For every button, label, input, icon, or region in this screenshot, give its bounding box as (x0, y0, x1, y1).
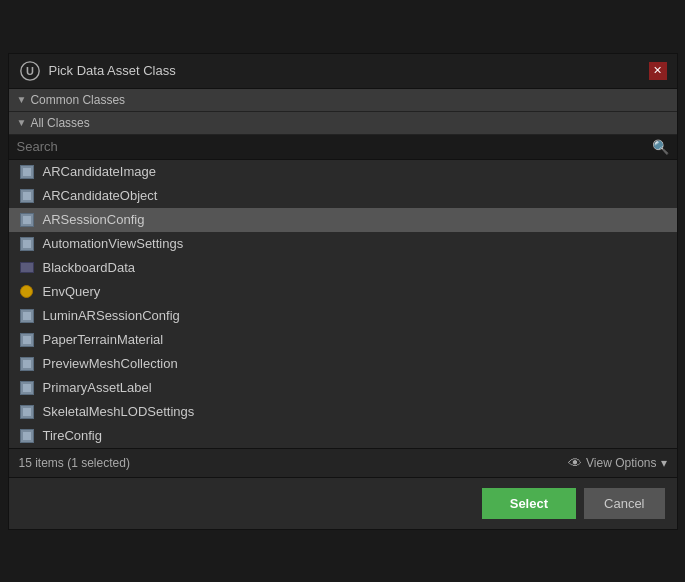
cancel-button[interactable]: Cancel (584, 488, 664, 519)
all-classes-label: All Classes (30, 116, 89, 130)
select-button[interactable]: Select (482, 488, 576, 519)
list-item[interactable]: PaperTerrainMaterial (9, 328, 677, 352)
data-asset-icon (19, 188, 35, 204)
list-item-label: EnvQuery (43, 284, 101, 299)
list-item-label: ARSessionConfig (43, 212, 145, 227)
data-asset-icon (19, 212, 35, 228)
list-item[interactable]: ARCandidateImage (9, 160, 677, 184)
all-classes-section: ▼ All Classes (9, 112, 677, 135)
data-asset-icon (19, 308, 35, 324)
search-input[interactable] (17, 139, 652, 154)
view-options-button[interactable]: 👁 View Options ▾ (568, 455, 666, 471)
list-item[interactable]: ARCandidateObject (9, 184, 677, 208)
env-query-icon (19, 284, 35, 300)
list-item[interactable]: TireConfig (9, 424, 677, 448)
list-item[interactable]: ARSessionConfig (9, 208, 677, 232)
dialog-title: Pick Data Asset Class (49, 63, 176, 78)
common-classes-section: ▼ Common Classes (9, 89, 677, 112)
list-area: ARCandidateImageARCandidateObjectARSessi… (9, 160, 677, 448)
buttons-bar: Select Cancel (9, 477, 677, 529)
list-item-label: LuminARSessionConfig (43, 308, 180, 323)
data-asset-icon (19, 236, 35, 252)
list-item-label: TireConfig (43, 428, 102, 443)
search-bar: 🔍 (9, 135, 677, 160)
title-bar-left: U Pick Data Asset Class (19, 60, 176, 82)
list-item-label: PaperTerrainMaterial (43, 332, 164, 347)
list-item-label: SkeletalMeshLODSettings (43, 404, 195, 419)
data-asset-icon (19, 164, 35, 180)
ue-logo-icon: U (19, 60, 41, 82)
search-icon: 🔍 (652, 139, 669, 155)
common-classes-arrow-icon: ▼ (17, 94, 27, 105)
blackboard-icon (19, 260, 35, 276)
list-item-label: PreviewMeshCollection (43, 356, 178, 371)
list-item-label: ARCandidateImage (43, 164, 156, 179)
common-classes-label: Common Classes (30, 93, 125, 107)
list-item[interactable]: SkeletalMeshLODSettings (9, 400, 677, 424)
svg-text:U: U (26, 64, 34, 76)
list-item[interactable]: AutomationViewSettings (9, 232, 677, 256)
data-asset-icon (19, 380, 35, 396)
data-asset-icon (19, 332, 35, 348)
title-bar: U Pick Data Asset Class ✕ (9, 54, 677, 89)
eye-icon: 👁 (568, 455, 582, 471)
pick-data-asset-dialog: U Pick Data Asset Class ✕ ▼ Common Class… (8, 53, 678, 530)
list-item-label: BlackboardData (43, 260, 136, 275)
all-classes-arrow-icon: ▼ (17, 117, 27, 128)
list-item[interactable]: BlackboardData (9, 256, 677, 280)
list-item-label: ARCandidateObject (43, 188, 158, 203)
list-item[interactable]: PrimaryAssetLabel (9, 376, 677, 400)
view-options-chevron-icon: ▾ (661, 456, 667, 470)
list-item-label: AutomationViewSettings (43, 236, 184, 251)
view-options-label: View Options (586, 456, 656, 470)
status-text: 15 items (1 selected) (19, 456, 130, 470)
close-button[interactable]: ✕ (649, 62, 667, 80)
data-asset-icon (19, 356, 35, 372)
list-item[interactable]: LuminARSessionConfig (9, 304, 677, 328)
status-bar: 15 items (1 selected) 👁 View Options ▾ (9, 448, 677, 477)
items-list: ARCandidateImageARCandidateObjectARSessi… (9, 160, 677, 448)
data-asset-icon (19, 404, 35, 420)
list-item-label: PrimaryAssetLabel (43, 380, 152, 395)
list-item[interactable]: EnvQuery (9, 280, 677, 304)
list-item[interactable]: PreviewMeshCollection (9, 352, 677, 376)
data-asset-icon (19, 428, 35, 444)
